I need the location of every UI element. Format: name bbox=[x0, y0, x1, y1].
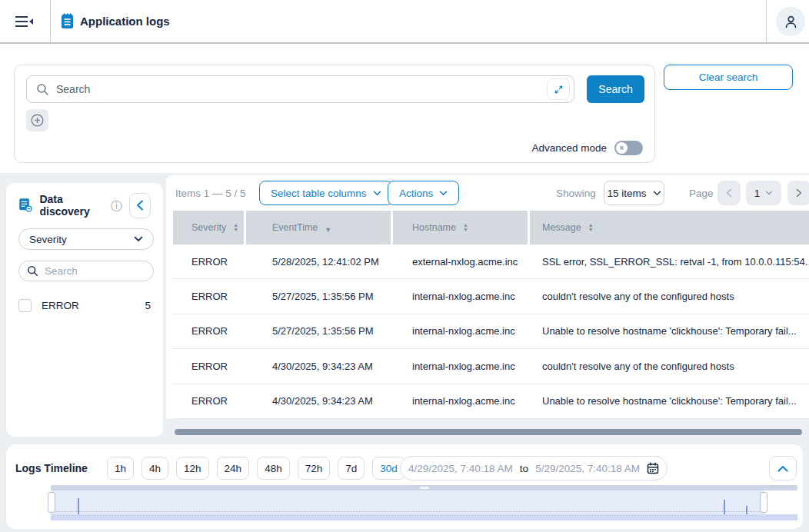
cell-eventtime: 5/27/2025, 1:35:56 PM bbox=[246, 291, 393, 302]
search-input-wrapper bbox=[26, 75, 574, 103]
range-button-48h[interactable]: 48h bbox=[257, 457, 290, 480]
cell-hostname: internal-nxlog.acme.inc bbox=[393, 361, 530, 372]
search-button[interactable]: Search bbox=[587, 75, 644, 103]
sidebar-collapse-menu-button[interactable] bbox=[11, 11, 38, 32]
select-table-columns-label: Select table columns bbox=[271, 188, 367, 199]
cell-severity: ERROR bbox=[173, 256, 246, 268]
column-header-severity[interactable]: Severity ▲▼ bbox=[173, 211, 246, 244]
toggle-knob-off-icon: × bbox=[616, 142, 628, 154]
cell-eventtime: 4/30/2025, 9:34:23 AM bbox=[246, 361, 393, 372]
clear-search-button[interactable]: Clear search bbox=[664, 65, 793, 90]
application-logs-icon bbox=[60, 12, 75, 34]
search-input[interactable] bbox=[56, 83, 540, 95]
brush-handle-right[interactable] bbox=[760, 492, 767, 513]
table-row[interactable]: ERROR 4/30/2025, 9:34:23 AM internal-nxl… bbox=[173, 349, 809, 384]
column-label: Message bbox=[542, 222, 581, 233]
search-icon bbox=[27, 265, 38, 277]
facet-search-wrapper bbox=[18, 261, 154, 281]
table-row[interactable]: ERROR 4/30/2025, 9:34:23 AM internal-nxl… bbox=[173, 384, 809, 419]
timeline-scroll-notch bbox=[420, 487, 429, 489]
next-page-button[interactable] bbox=[787, 181, 809, 205]
calendar-icon bbox=[647, 462, 659, 474]
cell-message: couldn't resolve any of the configured h… bbox=[530, 291, 809, 302]
timeline-brush-chart bbox=[51, 485, 797, 520]
chevron-down-icon bbox=[439, 191, 448, 196]
table-row[interactable]: ERROR 5/28/2025, 12:41:02 PM external-nx… bbox=[173, 244, 809, 279]
timeline-event-spike bbox=[78, 498, 79, 514]
info-icon[interactable]: ⓘ bbox=[111, 200, 122, 211]
column-label: Severity bbox=[191, 222, 226, 233]
column-header-eventtime[interactable]: EventTime ▼ bbox=[246, 211, 393, 244]
cell-eventtime: 5/28/2025, 12:41:02 PM bbox=[246, 256, 393, 268]
cell-eventtime: 5/27/2025, 1:35:56 PM bbox=[246, 325, 393, 337]
timeline-bottom-strip bbox=[51, 514, 797, 520]
logs-table: Severity ▲▼ EventTime ▼ Hostname ▲▼ Mess… bbox=[173, 211, 809, 419]
expand-search-button[interactable] bbox=[547, 78, 570, 100]
range-button-4h[interactable]: 4h bbox=[141, 457, 168, 480]
add-condition-button[interactable] bbox=[26, 109, 48, 131]
range-button-24h[interactable]: 24h bbox=[217, 457, 250, 480]
timeline-baseline bbox=[51, 511, 764, 512]
data-discovery-header: Data discovery ⓘ bbox=[18, 192, 151, 218]
column-header-message[interactable]: Message ▲▼ bbox=[530, 211, 809, 244]
chevron-left-icon bbox=[136, 200, 144, 211]
items-count: Items 1 — 5 / 5 bbox=[175, 188, 246, 199]
menu-icon bbox=[15, 15, 35, 28]
cell-message: Unable to resolve hostname 'clickhouse':… bbox=[530, 325, 809, 337]
page-size-dropdown[interactable]: 15 items bbox=[604, 181, 664, 205]
facet-checkbox[interactable] bbox=[18, 299, 32, 312]
logs-table-panel: Items 1 — 5 / 5 Select table columns Act… bbox=[166, 175, 809, 419]
advanced-mode-label: Advanced mode bbox=[531, 142, 607, 154]
date-from: 4/29/2025, 7:40:18 AM bbox=[408, 463, 513, 474]
range-button-7d[interactable]: 7d bbox=[338, 457, 365, 480]
brush-handle-left[interactable] bbox=[48, 492, 55, 513]
table-row[interactable]: ERROR 5/27/2025, 1:35:56 PM internal-nxl… bbox=[173, 279, 809, 314]
column-header-hostname[interactable]: Hostname ▲▼ bbox=[393, 211, 530, 244]
page-size-value: 15 items bbox=[607, 188, 646, 199]
search-icon bbox=[36, 83, 49, 96]
cell-hostname: internal-nxlog.acme.inc bbox=[393, 291, 530, 302]
header-divider-left bbox=[50, 0, 51, 42]
actions-button[interactable]: Actions bbox=[388, 181, 459, 205]
timeline-event-spike bbox=[724, 500, 725, 514]
range-button-12h[interactable]: 12h bbox=[176, 457, 209, 480]
date-range-picker[interactable]: 4/29/2025, 7:40:18 AM to 5/29/2025, 7:40… bbox=[400, 456, 668, 480]
user-account-button[interactable] bbox=[776, 7, 805, 36]
advanced-mode-toggle[interactable]: × bbox=[614, 141, 643, 155]
column-label: Hostname bbox=[412, 222, 456, 233]
data-discovery-icon bbox=[18, 196, 32, 214]
sort-descending-icon: ▼ bbox=[325, 226, 331, 234]
cell-hostname: external-nxlog.acme.inc bbox=[393, 256, 530, 268]
sort-icon: ▲▼ bbox=[233, 223, 238, 233]
select-table-columns-button[interactable]: Select table columns bbox=[259, 181, 393, 205]
facet-search-input[interactable] bbox=[45, 265, 145, 277]
sort-icon: ▲▼ bbox=[463, 223, 468, 233]
search-section: Search Advanced mode × Clear search bbox=[0, 44, 809, 173]
collapse-panel-button[interactable] bbox=[129, 193, 151, 218]
date-to: 5/29/2025, 7:40:18 AM bbox=[535, 463, 640, 474]
timeline-scroll-track[interactable] bbox=[51, 485, 797, 490]
page-title: Application logs bbox=[80, 15, 170, 28]
table-row[interactable]: ERROR 5/27/2025, 1:35:56 PM internal-nxl… bbox=[173, 314, 809, 349]
cell-severity: ERROR bbox=[173, 361, 246, 372]
plus-circle-icon bbox=[31, 114, 44, 127]
facet-row-error[interactable]: ERROR 5 bbox=[18, 299, 151, 312]
facet-count: 5 bbox=[145, 300, 151, 311]
cell-message: Unable to resolve hostname 'clickhouse':… bbox=[530, 395, 809, 407]
search-builder-card: Search Advanced mode × bbox=[14, 65, 655, 163]
cell-severity: ERROR bbox=[173, 395, 246, 407]
date-to-label: to bbox=[520, 463, 528, 474]
cell-eventtime: 4/30/2025, 9:34:23 AM bbox=[246, 395, 393, 407]
chevron-left-icon bbox=[726, 188, 732, 198]
field-selector-dropdown[interactable]: Severity bbox=[18, 228, 154, 250]
chevron-up-icon bbox=[777, 465, 788, 472]
range-button-1h[interactable]: 1h bbox=[107, 457, 134, 480]
page-number-dropdown[interactable]: 1 bbox=[746, 181, 781, 205]
collapse-timeline-button[interactable] bbox=[769, 456, 797, 480]
cell-hostname: internal-nxlog.acme.inc bbox=[393, 395, 530, 407]
range-button-72h[interactable]: 72h bbox=[298, 457, 331, 480]
sort-icon: ▲▼ bbox=[588, 223, 594, 233]
cell-severity: ERROR bbox=[173, 325, 246, 337]
horizontal-scrollbar[interactable] bbox=[175, 429, 802, 435]
previous-page-button[interactable] bbox=[717, 181, 741, 205]
